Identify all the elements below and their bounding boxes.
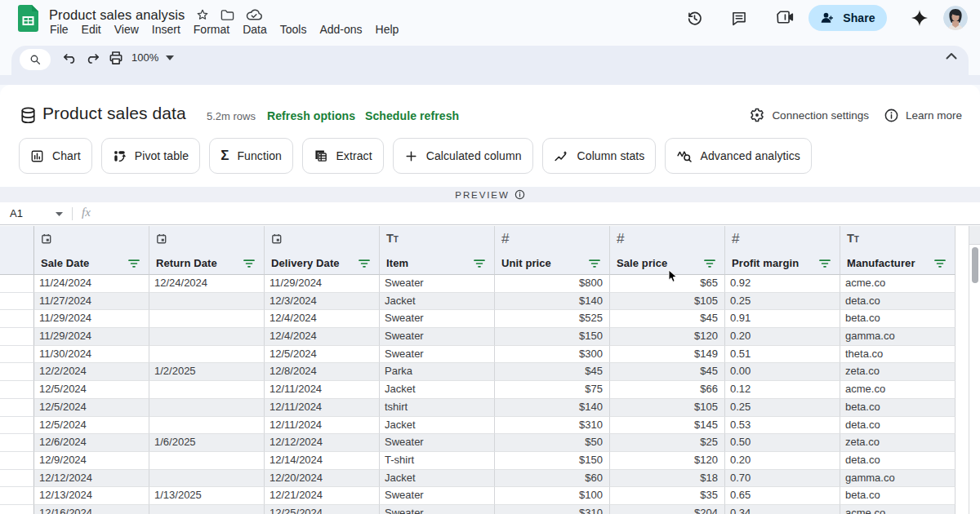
cell-r8-c2[interactable] — [149, 399, 265, 417]
cell-r6-c7[interactable]: 0.00 — [725, 363, 840, 381]
row-gutter[interactable] — [0, 293, 34, 311]
cell-r4-c6[interactable]: $120 — [610, 328, 725, 346]
refresh-options-link[interactable]: Refresh options — [267, 109, 355, 122]
cell-r2-c2[interactable] — [149, 293, 265, 311]
preview-info-icon[interactable] — [514, 189, 525, 200]
cell-r10-c4[interactable]: Sweater — [380, 434, 495, 452]
cell-r3-c5[interactable]: $525 — [495, 310, 610, 328]
cell-r6-c8[interactable]: zeta.co — [840, 363, 956, 381]
action-button-advanced-analytics[interactable]: Advanced analytics — [665, 138, 811, 174]
cell-r8-c4[interactable]: tshirt — [380, 399, 495, 417]
cell-r6-c5[interactable]: $45 — [495, 363, 610, 381]
fx-icon[interactable]: fx — [82, 206, 91, 219]
cell-r9-c7[interactable]: 0.53 — [725, 417, 840, 435]
collapse-toolbar-icon[interactable] — [946, 52, 957, 60]
row-gutter[interactable] — [0, 310, 34, 328]
cell-r12-c2[interactable] — [149, 470, 265, 488]
cell-r10-c7[interactable]: 0.50 — [725, 434, 840, 452]
cell-r1-c2[interactable]: 12/24/2024 — [149, 275, 265, 293]
cell-r13-c6[interactable]: $35 — [610, 487, 725, 505]
learn-more-button[interactable]: Learn more — [884, 108, 962, 123]
cell-r9-c2[interactable] — [149, 417, 265, 435]
filter-icon[interactable] — [589, 259, 600, 268]
cell-r12-c4[interactable]: Jacket — [380, 470, 495, 488]
cell-r14-c1[interactable]: 12/16/2024 — [34, 505, 149, 514]
filter-icon[interactable] — [704, 259, 715, 268]
cell-r5-c3[interactable]: 12/5/2024 — [265, 346, 380, 364]
cell-r5-c1[interactable]: 11/30/2024 — [34, 346, 149, 364]
row-gutter[interactable] — [0, 470, 34, 488]
action-button-pivot-table[interactable]: Pivot table — [101, 138, 200, 174]
row-gutter[interactable] — [0, 505, 34, 514]
cell-r11-c6[interactable]: $120 — [610, 452, 725, 470]
cell-r9-c6[interactable]: $145 — [610, 417, 725, 435]
row-gutter[interactable] — [0, 328, 34, 346]
cell-r5-c4[interactable]: Sweater — [380, 346, 495, 364]
cell-r7-c7[interactable]: 0.12 — [725, 381, 840, 399]
account-avatar[interactable] — [943, 6, 968, 30]
cell-r13-c5[interactable]: $100 — [495, 487, 610, 505]
column-header-item[interactable]: TTItem — [380, 226, 495, 275]
cell-r7-c2[interactable] — [149, 381, 265, 399]
column-header-unit-price[interactable]: #Unit price — [495, 226, 610, 275]
cell-r3-c4[interactable]: Sweater — [380, 310, 495, 328]
cell-r2-c3[interactable]: 12/3/2024 — [265, 293, 380, 311]
cell-r5-c5[interactable]: $300 — [495, 346, 610, 364]
column-header-return-date[interactable]: Return Date — [149, 226, 265, 275]
cell-reference[interactable]: A1 — [10, 207, 23, 219]
cell-r8-c8[interactable]: beta.co — [840, 399, 956, 417]
cell-r10-c1[interactable]: 12/6/2024 — [34, 434, 149, 452]
cell-r14-c2[interactable] — [149, 505, 265, 514]
row-gutter[interactable] — [0, 275, 34, 293]
cell-r4-c2[interactable] — [149, 328, 265, 346]
column-header-manufacturer[interactable]: TTManufacturer — [840, 226, 956, 275]
connection-settings-button[interactable]: Connection settings — [749, 107, 869, 123]
cell-r10-c8[interactable]: zeta.co — [840, 434, 956, 452]
cell-r3-c3[interactable]: 12/4/2024 — [265, 310, 380, 328]
cell-r1-c3[interactable]: 11/29/2024 — [265, 275, 380, 293]
cell-r1-c1[interactable]: 11/24/2024 — [34, 275, 149, 293]
cell-r2-c6[interactable]: $105 — [610, 293, 725, 311]
cell-r7-c8[interactable]: acme.co — [840, 381, 956, 399]
schedule-refresh-link[interactable]: Schedule refresh — [365, 109, 459, 122]
filter-icon[interactable] — [243, 259, 255, 268]
cell-r7-c4[interactable]: Jacket — [380, 381, 495, 399]
cell-r3-c1[interactable]: 11/29/2024 — [34, 310, 149, 328]
row-gutter[interactable] — [0, 417, 34, 435]
document-title[interactable]: Product sales analysis — [49, 7, 185, 23]
version-history-icon[interactable] — [686, 10, 703, 27]
action-button-chart[interactable]: Chart — [19, 138, 92, 174]
menu-file[interactable]: File — [43, 21, 75, 38]
cloud-saved-icon[interactable] — [246, 8, 262, 21]
cell-r5-c7[interactable]: 0.51 — [725, 346, 840, 364]
cell-r6-c3[interactable]: 12/8/2024 — [265, 363, 380, 381]
cell-r6-c4[interactable]: Parka — [380, 363, 495, 381]
row-gutter[interactable] — [0, 399, 34, 417]
menu-add-ons[interactable]: Add-ons — [313, 21, 368, 38]
row-gutter[interactable] — [0, 381, 34, 399]
cell-r11-c5[interactable]: $150 — [495, 452, 610, 470]
cell-r12-c5[interactable]: $60 — [495, 470, 610, 488]
cell-r8-c6[interactable]: $105 — [610, 399, 725, 417]
cell-r3-c2[interactable] — [149, 310, 265, 328]
cell-r10-c3[interactable]: 12/12/2024 — [265, 434, 380, 452]
cell-r13-c3[interactable]: 12/21/2024 — [265, 487, 380, 505]
cell-r4-c5[interactable]: $150 — [495, 328, 610, 346]
star-icon[interactable] — [196, 8, 209, 21]
meet-video-icon[interactable] — [776, 10, 794, 24]
cell-r6-c1[interactable]: 12/2/2024 — [34, 363, 149, 381]
action-button-extract[interactable]: Extract — [302, 138, 384, 174]
undo-icon[interactable] — [62, 51, 78, 67]
cell-r13-c7[interactable]: 0.65 — [725, 487, 840, 505]
menu-data[interactable]: Data — [236, 21, 274, 38]
cell-r11-c2[interactable] — [149, 452, 265, 470]
cell-r8-c1[interactable]: 12/5/2024 — [34, 399, 149, 417]
share-button[interactable]: Share — [808, 5, 887, 31]
column-header-sale-date[interactable]: Sale Date — [34, 226, 149, 275]
cell-r2-c4[interactable]: Jacket — [380, 293, 495, 311]
column-header-profit-margin[interactable]: #Profit margin — [725, 226, 840, 275]
cell-r1-c8[interactable]: acme.co — [840, 275, 956, 293]
action-button-calculated-column[interactable]: Calculated column — [393, 138, 533, 174]
cell-r12-c8[interactable]: gamma.co — [840, 470, 956, 488]
row-gutter[interactable] — [0, 452, 34, 470]
